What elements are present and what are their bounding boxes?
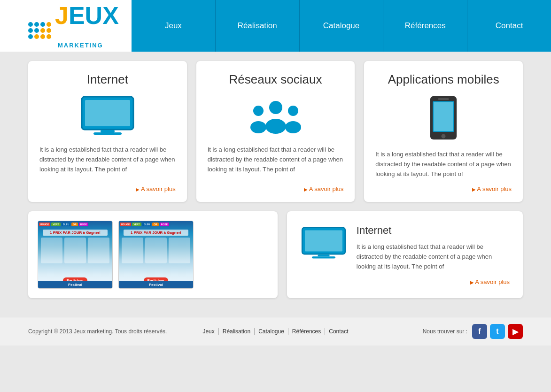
card-internet-link[interactable]: A savoir plus bbox=[136, 185, 175, 192]
logo-dot bbox=[34, 28, 39, 33]
svg-rect-18 bbox=[312, 257, 335, 259]
card-internet: Internet It is a long established fact t… bbox=[28, 61, 187, 202]
bottom-internet-title: Internet bbox=[357, 224, 510, 237]
svg-point-7 bbox=[250, 121, 266, 133]
promo-image-1: ROUGE VERT BLEU OR ROSE 1 PRIX PAR JOUR … bbox=[38, 221, 113, 289]
bottom-internet-card: Internet It is a long established fact t… bbox=[287, 211, 523, 298]
svg-rect-3 bbox=[93, 132, 122, 135]
logo-dot bbox=[47, 34, 51, 39]
footer-nav-references[interactable]: Références bbox=[288, 328, 325, 335]
card-sociaux-text: It is a long established fact that a rea… bbox=[208, 145, 344, 174]
logo-dot bbox=[28, 22, 33, 27]
header: J EUX MARKETING Jeux Réalisation Catalog… bbox=[0, 0, 551, 52]
logo-dot bbox=[40, 22, 45, 27]
card-sociaux: Réseaux sociaux It is a long established… bbox=[196, 61, 355, 202]
nav-item-realisation[interactable]: Réalisation bbox=[216, 0, 300, 52]
logo-eux: EUX bbox=[69, 3, 119, 28]
bottom-monitor-icon bbox=[300, 224, 347, 264]
logo-dot bbox=[40, 34, 45, 39]
svg-rect-1 bbox=[85, 100, 130, 126]
footer-nav-realisation[interactable]: Réalisation bbox=[219, 328, 255, 335]
logo-dot bbox=[28, 34, 33, 39]
svg-point-5 bbox=[265, 119, 286, 134]
main-content: Internet It is a long established fact t… bbox=[0, 52, 551, 307]
footer: Copyright © 2013 Jeux marketing. Tous dr… bbox=[0, 317, 551, 346]
footer-copyright: Copyright © 2013 Jeux marketing. Tous dr… bbox=[28, 328, 193, 335]
youtube-button[interactable]: ▶ bbox=[508, 324, 523, 339]
bottom-internet-content: Internet It is a long established fact t… bbox=[357, 224, 510, 285]
svg-rect-2 bbox=[101, 130, 115, 132]
promo-image-2: ROUGE VERT BLEU OR ROSE 1 PRIX PAR JOUR … bbox=[118, 221, 194, 289]
nav-item-references[interactable]: Références bbox=[383, 0, 467, 52]
footer-nav-catalogue[interactable]: Catalogue bbox=[255, 328, 288, 335]
logo-dot bbox=[47, 28, 51, 33]
svg-point-6 bbox=[253, 106, 264, 116]
card-sociaux-title: Réseaux sociaux bbox=[229, 72, 322, 87]
card-mobiles-link[interactable]: A savoir plus bbox=[472, 185, 512, 192]
card-mobiles-title: Applications mobiles bbox=[388, 72, 499, 87]
card-mobiles-text: It is a long established fact that a rea… bbox=[375, 150, 512, 179]
logo-text: J EUX MARKETING bbox=[55, 3, 119, 49]
svg-point-13 bbox=[442, 134, 446, 138]
promo-images: ROUGE VERT BLEU OR ROSE 1 PRIX PAR JOUR … bbox=[38, 221, 194, 289]
svg-point-8 bbox=[288, 106, 298, 116]
nav-item-catalogue[interactable]: Catalogue bbox=[300, 0, 384, 52]
logo-area: J EUX MARKETING bbox=[28, 3, 122, 49]
nav-item-contact[interactable]: Contact bbox=[467, 0, 551, 52]
bottom-row: ROUGE VERT BLEU OR ROSE 1 PRIX PAR JOUR … bbox=[28, 211, 523, 298]
monitor-icon bbox=[39, 94, 176, 137]
svg-rect-17 bbox=[318, 255, 329, 257]
card-internet-text: It is a long established fact that a rea… bbox=[39, 145, 176, 174]
svg-rect-16 bbox=[305, 231, 342, 252]
logo-dot bbox=[34, 22, 39, 27]
logo-dot bbox=[40, 28, 45, 33]
logo-j: J bbox=[55, 3, 69, 28]
bottom-promo-card: ROUGE VERT BLEU OR ROSE 1 PRIX PAR JOUR … bbox=[28, 211, 278, 298]
facebook-button[interactable]: f bbox=[472, 324, 487, 339]
svg-point-4 bbox=[269, 101, 282, 114]
top-cards-row: Internet It is a long established fact t… bbox=[28, 61, 523, 202]
twitter-button[interactable]: t bbox=[490, 324, 505, 339]
footer-nav: Jeux Réalisation Catalogue Références Co… bbox=[193, 328, 358, 335]
logo-dot bbox=[28, 28, 33, 33]
footer-social: Nous trouver sur : f t ▶ bbox=[358, 324, 523, 339]
logo-dots bbox=[28, 22, 51, 39]
nav-item-jeux[interactable]: Jeux bbox=[132, 0, 216, 52]
mobile-phone-icon bbox=[375, 94, 512, 141]
bottom-internet-text: It is a long established fact that a rea… bbox=[357, 242, 510, 271]
social-icon bbox=[208, 94, 344, 137]
main-nav: Jeux Réalisation Catalogue Références Co… bbox=[132, 0, 551, 52]
footer-social-label: Nous trouver sur : bbox=[423, 328, 467, 335]
logo-dot bbox=[47, 22, 51, 27]
card-mobiles: Applications mobiles It is a long establ… bbox=[364, 61, 523, 202]
logo-dot bbox=[34, 34, 39, 39]
card-sociaux-link[interactable]: A savoir plus bbox=[304, 185, 343, 192]
svg-point-9 bbox=[285, 121, 301, 133]
svg-rect-14 bbox=[438, 98, 449, 100]
footer-nav-jeux[interactable]: Jeux bbox=[199, 328, 218, 335]
card-internet-title: Internet bbox=[87, 72, 128, 87]
svg-rect-12 bbox=[434, 102, 453, 131]
logo-marketing: MARKETING bbox=[58, 42, 119, 49]
bottom-internet-link[interactable]: A savoir plus bbox=[357, 278, 510, 285]
footer-nav-contact[interactable]: Contact bbox=[325, 328, 352, 335]
